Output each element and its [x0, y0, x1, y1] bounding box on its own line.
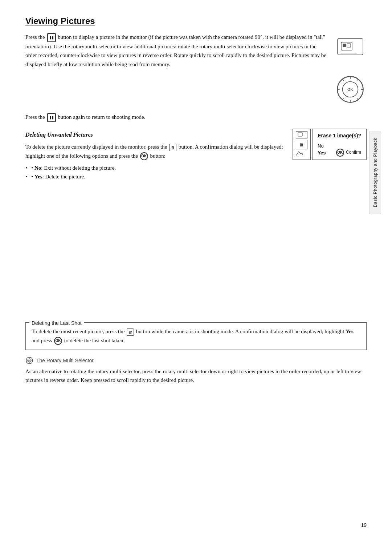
- camera-button-image: [337, 34, 364, 60]
- main-text: Press the ▮▮ button to display a picture…: [25, 33, 327, 106]
- rotary-note-title: The Rotary Multi Selector: [36, 356, 94, 365]
- side-icons: OK: [334, 33, 367, 106]
- section-title: Viewing Pictures: [25, 15, 95, 28]
- sidebar-tab: Basic Photography and Playback: [369, 131, 381, 214]
- dialog-title: Erase 1 image(s)?: [318, 132, 361, 140]
- deleting-last-shot-text: To delete the most recent picture, press…: [32, 327, 360, 345]
- page-content: Viewing Pictures Press the ▮▮ button to …: [25, 15, 367, 385]
- page-number: 19: [361, 521, 367, 529]
- svg-line-14: [357, 98, 358, 100]
- dialog-no: No: [318, 142, 326, 150]
- deleting-last-shot-label: Deleting the Last Shot: [29, 319, 84, 327]
- dialog-confirm: OK Confirm: [335, 149, 361, 157]
- trash-icon: 🗑: [169, 144, 176, 151]
- deleting-last-shot-box: Deleting the Last Shot To delete the mos…: [25, 322, 367, 350]
- rotary-note-header: OK The Rotary Multi Selector: [25, 356, 367, 365]
- main-paragraph-1: Press the ▮▮ button to display a picture…: [25, 33, 327, 69]
- playback-button-icon-2: ▮▮: [47, 113, 56, 122]
- ok-circle-icon-2: OK: [54, 337, 62, 345]
- option-no: • No: Exit without deleting the picture.: [25, 164, 285, 173]
- svg-rect-3: [347, 44, 351, 47]
- svg-text:OK: OK: [347, 87, 353, 92]
- svg-line-13: [343, 79, 344, 81]
- dialog-image: 🗑 Erase 1 image(s)? No Yes: [293, 129, 367, 160]
- camera-panel: 🗑: [293, 129, 311, 160]
- deleting-section: Deleting Unwanted Pictures To delete the…: [25, 129, 367, 184]
- dialog-left: No Yes: [318, 142, 326, 157]
- svg-rect-16: [298, 133, 302, 136]
- playback-button-icon: ▮▮: [47, 33, 56, 42]
- svg-text:OK: OK: [28, 360, 31, 362]
- svg-rect-2: [343, 44, 346, 47]
- rotary-note-icon: OK: [25, 356, 33, 364]
- panel-trash-button: 🗑: [296, 140, 307, 149]
- deleting-text: Deleting Unwanted Pictures To delete the…: [25, 129, 285, 184]
- dialog-yes: Yes: [318, 149, 326, 157]
- svg-line-15: [343, 98, 344, 100]
- dialog-box: Erase 1 image(s)? No Yes OK Confirm: [312, 129, 367, 160]
- dialog-options: No Yes OK Confirm: [318, 142, 361, 157]
- deleting-side: 🗑 Erase 1 image(s)? No Yes: [293, 129, 367, 184]
- rotary-selector-image: OK: [336, 75, 365, 106]
- rotary-note-text: As an alternative to rotating the rotary…: [25, 367, 367, 385]
- option-yes: • Yes: Delete the picture.: [25, 172, 285, 181]
- ok-circle-icon: OK: [336, 149, 344, 157]
- main-body: Press the ▮▮ button to display a picture…: [25, 33, 367, 106]
- ok-button-icon: OK: [140, 152, 148, 160]
- confirm-label: Confirm: [346, 150, 361, 155]
- subsection-title: Deleting Unwanted Pictures: [25, 130, 285, 140]
- bottom-section: Deleting the Last Shot To delete the mos…: [25, 322, 367, 385]
- options-list: • No: Exit without deleting the picture.…: [25, 164, 285, 182]
- svg-line-12: [357, 79, 358, 81]
- trash-icon-inline-2: 🗑: [127, 329, 134, 336]
- rotary-note-section: OK The Rotary Multi Selector As an alter…: [25, 356, 367, 385]
- return-to-shoot-text: Press the ▮▮ button again to return to s…: [25, 113, 367, 122]
- deleting-paragraph: To delete the picture currently displaye…: [25, 142, 285, 161]
- panel-mountain-icon: [296, 151, 307, 158]
- panel-row-1: [296, 131, 307, 138]
